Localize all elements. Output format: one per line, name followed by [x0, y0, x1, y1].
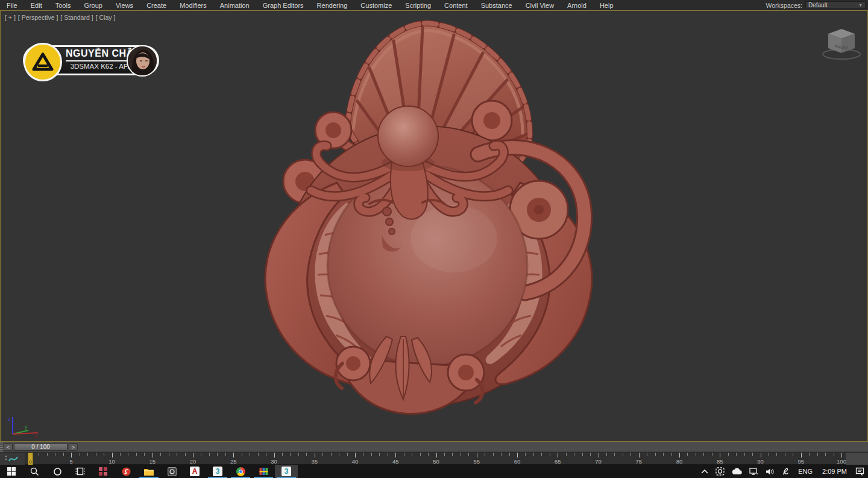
menu-content[interactable]: Content	[438, 0, 474, 10]
viewport-pov-menu[interactable]: [ Perspective ]	[18, 14, 58, 21]
ruler-tick	[47, 453, 48, 456]
task-view-icon[interactable]	[69, 465, 92, 478]
language-indicator[interactable]: ENG	[793, 465, 817, 478]
viewport-general-menu[interactable]: [ + ]	[5, 14, 16, 21]
menu-edit[interactable]: Edit	[24, 0, 49, 10]
tray-chevron-up-icon[interactable]	[697, 465, 712, 478]
next-frame-button[interactable]: >	[69, 443, 78, 451]
ruler-tick	[485, 453, 485, 456]
ruler-tick	[623, 453, 623, 456]
ruler-tick-label: 60	[514, 458, 521, 465]
ruler-tick	[720, 453, 720, 458]
menu-graph-editors[interactable]: Graph Editors	[256, 0, 310, 10]
ruler-tick	[120, 453, 121, 456]
3dsmax-icon[interactable]: 3	[206, 465, 229, 478]
time-slider-row: < 0 / 100 >	[0, 442, 868, 452]
ruler-tick	[785, 453, 785, 456]
ruler-tick	[242, 453, 242, 456]
menu-scripting[interactable]: Scripting	[398, 0, 438, 10]
ruler-tick	[193, 453, 193, 458]
ruler-tick-label: 35	[311, 458, 318, 465]
ruler-tick	[315, 453, 315, 458]
ruler-tick-label: 95	[797, 458, 804, 465]
mini-curve-editor-button[interactable]	[0, 453, 25, 465]
ruler-tick	[233, 453, 234, 458]
previous-frame-button[interactable]: <	[4, 443, 13, 451]
volume-icon[interactable]	[762, 465, 778, 478]
workspaces-value: Default	[808, 2, 828, 8]
portrait-avatar	[127, 45, 158, 77]
chevron-down-icon: ▼	[858, 3, 863, 7]
autocad-icon[interactable]: A	[183, 465, 206, 478]
ruler-tick	[177, 453, 177, 456]
time-slider-button[interactable]: 0 / 100	[14, 443, 68, 451]
start-button[interactable]	[0, 465, 23, 478]
timeline-ruler[interactable]: 0510152025303540455055606570758085909510…	[0, 453, 868, 465]
menu-tools[interactable]: Tools	[49, 0, 78, 10]
onedrive-cloud-icon[interactable]	[728, 465, 746, 478]
capture-app-icon[interactable]	[160, 465, 183, 478]
menu-file[interactable]: File	[0, 0, 24, 10]
clock[interactable]: 2:09 PM	[817, 465, 852, 478]
ruler-tick-label: 75	[635, 458, 642, 465]
ruler-tick	[201, 453, 201, 456]
menu-views[interactable]: Views	[109, 0, 140, 10]
ruler-tick	[801, 453, 802, 458]
workspaces: Workspaces: Default ▼	[766, 1, 868, 9]
chrome-icon[interactable]	[229, 465, 252, 478]
file-explorer-icon[interactable]	[137, 465, 160, 478]
ruler-tick	[501, 453, 502, 456]
viewport-label: [ + ] [ Perspective ] [ Standard ] [ Cla…	[5, 14, 115, 21]
action-center-icon[interactable]	[852, 465, 868, 478]
menubar-items: FileEditToolsGroupViewsCreateModifiersAn…	[0, 0, 620, 10]
ruler-tick	[347, 453, 348, 456]
ruler-tick	[834, 453, 834, 456]
ruler-tick	[71, 453, 72, 458]
menu-arnold[interactable]: Arnold	[561, 0, 593, 10]
windows-taskbar: A 3 3	[0, 465, 868, 478]
cast-icon[interactable]	[712, 465, 728, 478]
world-axis-tripod: z y x	[4, 412, 42, 438]
ruler-tick	[371, 453, 372, 456]
ruler-tick	[517, 453, 518, 458]
menu-modifiers[interactable]: Modifiers	[173, 0, 213, 10]
ruler-tick-label: 30	[271, 458, 277, 465]
menu-rendering[interactable]: Rendering	[310, 0, 354, 10]
track-bar[interactable]: 0510152025303540455055606570758085909510…	[0, 453, 868, 465]
search-icon[interactable]	[23, 465, 46, 478]
cortana-icon[interactable]	[46, 465, 69, 478]
ruler-tick	[444, 453, 445, 456]
splitter-handle[interactable]	[0, 442, 3, 452]
current-frame-marker[interactable]: 0	[28, 453, 33, 465]
author-badge: NGUYỄN CHÂU 3DSMAX K62 - APA	[23, 45, 159, 75]
network-icon[interactable]	[746, 465, 762, 478]
menu-civil-view[interactable]: Civil View	[519, 0, 561, 10]
ruler-tick	[63, 453, 64, 456]
viewport-shading-menu[interactable]: [ Standard ]	[60, 14, 93, 21]
workspaces-dropdown[interactable]: Default ▼	[805, 1, 866, 9]
ruler-tick	[590, 453, 591, 456]
ruler-tick-label: 20	[190, 458, 197, 465]
ime-pen-icon[interactable]	[778, 465, 793, 478]
ruler-tick	[687, 453, 688, 456]
3dsmax-active-window[interactable]: 3	[275, 465, 298, 478]
viewcube[interactable]: FRONT	[820, 23, 863, 63]
menu-group[interactable]: Group	[77, 0, 109, 10]
menu-customize[interactable]: Customize	[354, 0, 398, 10]
ruler-tick	[96, 453, 96, 456]
ruler-tick-label: 65	[555, 458, 561, 465]
red-round-app-icon[interactable]	[115, 465, 137, 478]
perspective-viewport[interactable]: [ + ] [ Perspective ] [ Standard ] [ Cla…	[0, 10, 868, 442]
ruler-tick	[509, 453, 510, 456]
menu-substance[interactable]: Substance	[474, 0, 519, 10]
ruler-tick	[744, 453, 745, 456]
ruler-tick	[160, 453, 161, 456]
ruler-tick	[290, 453, 291, 456]
red-grid-app-icon[interactable]	[92, 465, 115, 478]
winrar-icon[interactable]	[252, 465, 275, 478]
z-axis-label: z	[8, 416, 11, 422]
menu-create[interactable]: Create	[140, 0, 173, 10]
menu-animation[interactable]: Animation	[213, 0, 256, 10]
viewport-style-menu[interactable]: [ Clay ]	[96, 14, 116, 21]
menu-help[interactable]: Help	[593, 0, 620, 10]
